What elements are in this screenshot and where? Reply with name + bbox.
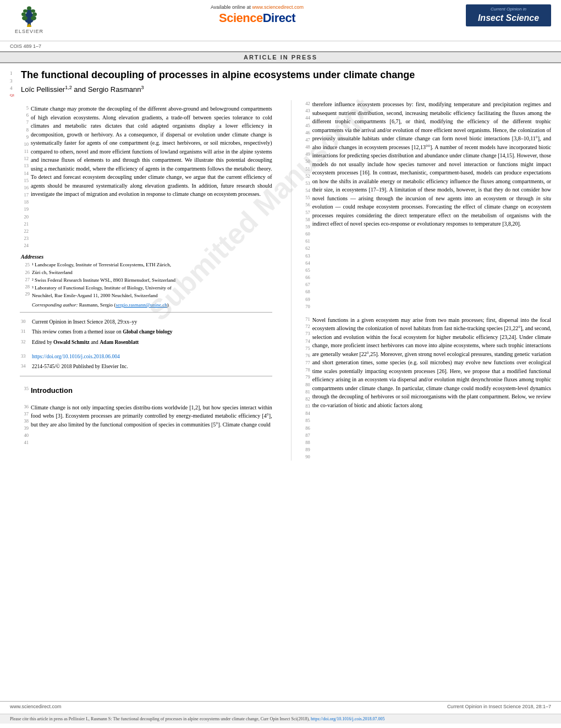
section-divider-2 bbox=[20, 376, 272, 376]
doi-link: https://doi.org/10.1016/j.cois.2018.06.0… bbox=[32, 353, 272, 360]
themed-issue: This review comes from a themed issue on… bbox=[32, 328, 272, 336]
svg-point-5 bbox=[31, 16, 36, 20]
main-content: 56789101112131415161718192021222324 Clim… bbox=[0, 100, 561, 461]
citation-link[interactable]: https://doi.org/10.1016/j.cois.2018.07.0… bbox=[311, 716, 385, 721]
addresses-section: Addresses 2526272829 ¹ Landscape Ecology… bbox=[10, 249, 282, 308]
author2-sup: 3 bbox=[141, 85, 144, 90]
line-num-34: 34 bbox=[21, 363, 32, 370]
info-row-31: 31 This review comes from a themed issue… bbox=[21, 327, 282, 337]
author1-name: Loïc Pellissier bbox=[21, 86, 65, 94]
header-right: Current Opinion in Insect Science bbox=[466, 4, 551, 26]
authors: Loïc Pellissier1,2 and Sergio Rasmann3 bbox=[21, 85, 551, 94]
line-num-3: 3 bbox=[10, 78, 21, 85]
title-content: The functional decoupling of processes i… bbox=[21, 69, 551, 98]
svg-point-9 bbox=[31, 9, 35, 13]
svg-point-7 bbox=[32, 13, 37, 17]
intro-heading-linenum: 35 bbox=[20, 385, 31, 396]
svg-point-8 bbox=[23, 9, 28, 13]
right-para-2: 7172737475767778798081828384858687888990… bbox=[300, 316, 551, 461]
header-left: ELSEVIER bbox=[10, 4, 48, 37]
title-section: 1 3 4 Q1 The functional decoupling of pr… bbox=[0, 63, 561, 100]
intro-text-left: 363738394041 Climate change is not only … bbox=[10, 399, 282, 447]
journal-cite: Current Opinion in Insect Science 2018, … bbox=[32, 318, 272, 326]
line-num-4q1: 4 bbox=[10, 85, 21, 92]
copyright: 2214-5745/© 2018 Published by Elsevier I… bbox=[32, 363, 272, 370]
author1-sup: 1,2 bbox=[65, 85, 72, 90]
intro-left-text: Climate change is not only impacting spe… bbox=[31, 403, 272, 447]
info-row-32: 32 Edited by Oswald Schmitz and Adam Ros… bbox=[21, 337, 282, 347]
available-online-text: Available online at www.sciencedirect.co… bbox=[211, 4, 304, 10]
line-num-q1: Q1 bbox=[10, 92, 21, 98]
abstract-line-numbers: 56789101112131415161718192021222324 bbox=[20, 105, 31, 249]
right-linenums-1: 4243444546474849505152535455565758596061… bbox=[300, 100, 312, 310]
address-1b: Züri ch, Switzerland bbox=[32, 270, 73, 275]
right-para-1: 4243444546474849505152535455565758596061… bbox=[300, 100, 551, 310]
info-row-34: 34 2214-5745/© 2018 Published by Elsevie… bbox=[21, 362, 282, 371]
address-2: ² Swiss Federal Research Institute WSL, … bbox=[32, 277, 175, 283]
journal-badge-top-text: Current Opinion in bbox=[471, 7, 546, 12]
right-linenums-2: 7172737475767778798081828384858687888990 bbox=[300, 316, 312, 461]
right-text-2: Novel functions in a given ecosystem may… bbox=[312, 316, 551, 461]
doi-row: 33 https://doi.org/10.1016/j.cois.2018.0… bbox=[10, 352, 282, 372]
svg-point-10 bbox=[27, 7, 31, 10]
address-3: ³ Laboratory of Functional Ecology, Inst… bbox=[32, 285, 172, 291]
journal-badge: Current Opinion in Insect Science bbox=[466, 4, 551, 26]
journal-title: Insect Science bbox=[471, 13, 546, 23]
svg-rect-12 bbox=[27, 25, 31, 27]
line-num-32: 32 bbox=[21, 338, 32, 346]
line-num-30: 30 bbox=[21, 318, 32, 326]
left-column: 56789101112131415161718192021222324 Clim… bbox=[10, 100, 292, 461]
svg-point-4 bbox=[22, 16, 28, 20]
article-in-press-banner: ARTICLE IN PRESS bbox=[0, 51, 561, 63]
header-center: Available online at www.sciencedirect.co… bbox=[48, 4, 466, 25]
edited-by: Edited by Oswald Schmitz and Adam Rosenb… bbox=[32, 338, 272, 346]
footer-right: Current Opinion in Insect Science 2018, … bbox=[447, 704, 551, 709]
doi-anchor[interactable]: https://doi.org/10.1016/j.cois.2018.06.0… bbox=[32, 354, 120, 359]
right-column: 4243444546474849505152535455565758596061… bbox=[292, 100, 551, 461]
author2-name: and Sergio Rasmann bbox=[74, 86, 141, 94]
sciencedirect-logo: ScienceDirect bbox=[219, 11, 295, 25]
right-text-1: therefore influence ecosystem processes … bbox=[312, 100, 551, 310]
introduction-heading: Introduction bbox=[31, 386, 73, 395]
corresponding-email-link[interactable]: sergio.rasmann@unine.ch bbox=[116, 302, 167, 308]
line-num-33: 33 bbox=[21, 353, 32, 360]
elsevier-logo: ELSEVIER bbox=[10, 4, 48, 37]
addresses-text: ¹ Landscape Ecology, Institute of Terres… bbox=[32, 261, 282, 300]
intro-heading-row: 35 Introduction bbox=[10, 381, 282, 398]
info-row-30: 30 Current Opinion in Insect Science 201… bbox=[21, 317, 282, 327]
svg-point-6 bbox=[21, 13, 26, 17]
page-footer: www.sciencedirect.com Current Opinion in… bbox=[0, 701, 561, 711]
info-row-33: 33 https://doi.org/10.1016/j.cois.2018.0… bbox=[21, 352, 282, 362]
addresses-heading: Addresses bbox=[21, 254, 282, 260]
elsevier-text: ELSEVIER bbox=[15, 29, 43, 34]
section-divider-1 bbox=[20, 312, 272, 313]
intro-heading-text: Introduction bbox=[31, 385, 272, 396]
citation-footer: Please cite this article in press as Pel… bbox=[0, 714, 561, 724]
abstract-block: 56789101112131415161718192021222324 Clim… bbox=[10, 100, 282, 249]
info-rows: 30 Current Opinion in Insect Science 201… bbox=[10, 317, 282, 347]
cois-identifier: COIS 489 1–7 bbox=[0, 41, 561, 51]
page-header: ELSEVIER Available online at www.science… bbox=[0, 0, 561, 41]
corresponding-author: Corresponding author: Rasmann, Sergio (s… bbox=[21, 302, 282, 308]
address-3b: Neuchâtel, Rue Emile-Argand 11, 2000 Neu… bbox=[32, 293, 158, 298]
addresses-lined: 2526272829 ¹ Landscape Ecology, Institut… bbox=[21, 261, 282, 300]
article-title: The functional decoupling of processes i… bbox=[21, 69, 551, 81]
sciencedirect-url[interactable]: www.sciencedirect.com bbox=[252, 4, 304, 10]
address-1: ¹ Landscape Ecology, Institute of Terres… bbox=[32, 262, 171, 267]
abstract-text: Climate change may promote the decouplin… bbox=[31, 105, 272, 249]
intro-left-linenums: 363738394041 bbox=[20, 403, 31, 447]
line-num-1: 1 bbox=[10, 70, 21, 78]
footer-left: www.sciencedirect.com bbox=[10, 704, 62, 709]
title-line-numbers: 1 3 4 Q1 bbox=[10, 69, 21, 98]
line-num-31: 31 bbox=[21, 328, 32, 336]
address-line-nums: 2526272829 bbox=[21, 261, 32, 300]
